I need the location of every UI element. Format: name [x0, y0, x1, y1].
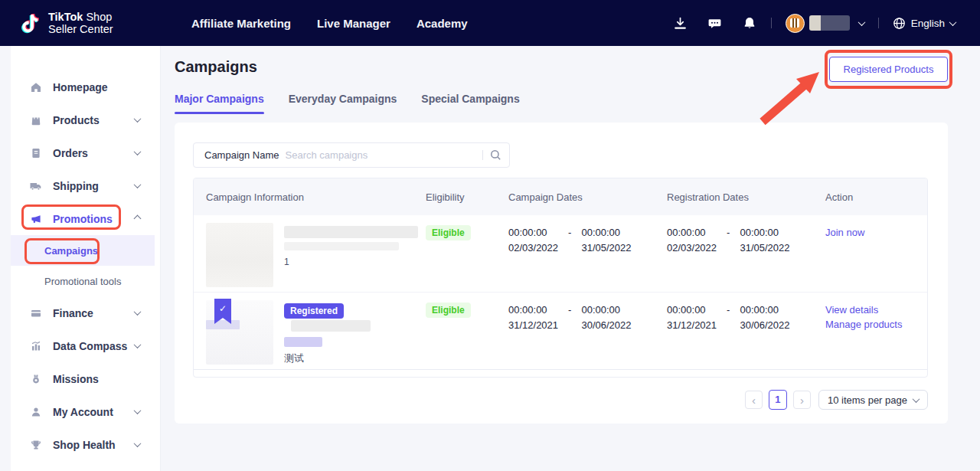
prev-page-button[interactable]: ‹: [745, 391, 763, 409]
campaign-dates-cell: 00:00:0002/03/2022 - 00:00:0031/05/2022: [508, 223, 667, 292]
eligibility-badge: Eligible: [426, 225, 471, 240]
top-navbar: TikTok Shop Seller Center Affiliate Mark…: [0, 0, 980, 46]
nav-right-cluster: English: [673, 0, 956, 46]
chevron-down-icon: [134, 407, 142, 414]
person-icon: [29, 405, 42, 418]
column-header: Eligibility: [426, 191, 508, 203]
trophy-icon: [29, 438, 42, 451]
sidebar-item-label: Orders: [53, 147, 88, 159]
sidebar-item-promotional-tools[interactable]: Promotional tools: [11, 266, 160, 296]
sidebar-item-my-account[interactable]: My Account: [11, 395, 160, 428]
sidebar-item-products[interactable]: Products: [11, 103, 160, 136]
action-cell: View details Manage products: [825, 300, 927, 369]
chevron-down-icon: [913, 395, 920, 403]
page-size-select[interactable]: 10 items per page: [818, 390, 928, 410]
chevron-down-icon: [134, 115, 142, 123]
sidebar-item-shop-health[interactable]: Shop Health: [11, 428, 160, 461]
avatar[interactable]: [786, 14, 805, 33]
sidebar-subitem-label: Campaigns: [44, 245, 98, 257]
next-page-button[interactable]: ›: [793, 391, 811, 409]
nav-link-affiliate-marketing[interactable]: Affiliate Marketing: [191, 17, 291, 30]
medal-icon: [29, 372, 42, 385]
search-input[interactable]: [286, 149, 482, 161]
search-divider: [482, 150, 483, 160]
chevron-down-icon: [134, 440, 142, 447]
shopping-bag-icon: [29, 113, 42, 126]
page-number-button[interactable]: 1: [769, 390, 787, 410]
nav-separator: [878, 18, 879, 28]
sidebar-item-data-compass[interactable]: Data Compass: [11, 329, 160, 362]
sidebar-subitem-label: Promotional tools: [44, 276, 121, 287]
brand-text: TikTok Shop Seller Center: [48, 11, 113, 35]
tab-major-campaigns[interactable]: Major Campaigns: [175, 93, 264, 114]
bell-icon[interactable]: [742, 15, 757, 31]
chevron-down-icon: [134, 341, 142, 348]
redacted-thumb-detail: [206, 320, 240, 329]
sidebar-item-label: Finance: [53, 307, 93, 319]
search-icon[interactable]: [490, 149, 501, 161]
table-row: 1 Eligible 00:00:0002/03/2022 - 00:00:00…: [194, 215, 927, 293]
megaphone-icon: [29, 212, 42, 225]
nav-links: Affiliate Marketing Live Manager Academy: [191, 0, 468, 46]
campaign-thumbnail-redacted: ✓: [206, 300, 273, 365]
campaigns-table: Campaign Information Eligibility Campaig…: [193, 178, 928, 378]
sidebar-item-label: Promotions: [53, 213, 113, 225]
sidebar-item-missions[interactable]: Missions: [11, 362, 160, 395]
sidebar-item-label: Products: [53, 114, 100, 126]
chevron-down-icon[interactable]: [858, 18, 865, 26]
registered-badge: Registered: [284, 303, 344, 319]
manage-products-link[interactable]: Manage products: [825, 319, 927, 330]
table-header: Campaign Information Eligibility Campaig…: [194, 178, 927, 215]
home-icon: [29, 80, 42, 93]
campaign-note: 1: [284, 257, 418, 267]
registration-dates-cell: 00:00:0031/12/2021 - 00:00:0030/06/2022: [667, 300, 825, 369]
action-cell: Join now: [825, 223, 927, 292]
tiktok-shop-logo[interactable]: TikTok Shop Seller Center: [20, 10, 113, 36]
download-icon[interactable]: [673, 15, 688, 31]
sidebar-item-shipping[interactable]: Shipping: [11, 169, 160, 202]
view-details-link[interactable]: View details: [825, 304, 927, 316]
redacted-campaign-name: [284, 226, 418, 238]
column-header: Campaign Information: [206, 191, 426, 203]
campaign-info-cell: 1: [206, 223, 426, 292]
table-row: ✓ Registered 测试 Eligible 00:00:0031/12/2…: [194, 293, 927, 370]
sidebar-item-label: My Account: [53, 406, 113, 418]
registered-products-button[interactable]: Registered Products: [829, 57, 948, 82]
chat-icon[interactable]: [707, 15, 723, 31]
sidebar-item-campaigns[interactable]: Campaigns: [11, 235, 155, 266]
nav-link-academy[interactable]: Academy: [416, 17, 468, 30]
campaigns-card: Campaign Name Campaign Information Eligi…: [175, 123, 948, 424]
sidebar-item-label: Shop Health: [53, 439, 116, 451]
sidebar-item-promotions[interactable]: Promotions: [11, 202, 160, 235]
redacted-username: [809, 15, 850, 31]
campaign-search: Campaign Name: [193, 142, 510, 168]
column-header: Action: [825, 191, 927, 203]
brand-line2: Seller Center: [48, 23, 113, 35]
language-selector[interactable]: English: [893, 17, 956, 30]
truck-icon: [29, 179, 42, 192]
annotation-arrow: [750, 65, 827, 126]
eligibility-badge: Eligible: [426, 303, 471, 318]
sidebar-item-homepage[interactable]: Homepage: [11, 70, 160, 103]
campaign-subtitle: 测试: [284, 352, 426, 365]
tabs: Major Campaigns Everyday Campaigns Speci…: [175, 93, 520, 114]
tab-everyday-campaigns[interactable]: Everyday Campaigns: [289, 93, 397, 114]
sidebar-item-label: Homepage: [53, 81, 108, 93]
nav-link-live-manager[interactable]: Live Manager: [317, 17, 390, 30]
chevron-down-icon: [134, 148, 142, 155]
campaign-dates-cell: 00:00:0031/12/2021 - 00:00:0030/06/2022: [508, 300, 667, 369]
chevron-down-icon: [949, 18, 957, 26]
sidebar-item-label: Missions: [53, 373, 99, 385]
sidebar-item-finance[interactable]: Finance: [11, 296, 160, 329]
redacted-campaign-name: [291, 320, 371, 332]
app-root: TikTok Shop Seller Center Affiliate Mark…: [0, 0, 980, 471]
nav-separator: [771, 18, 772, 28]
chevron-down-icon: [134, 181, 142, 188]
tab-special-campaigns[interactable]: Special Campaigns: [421, 93, 519, 114]
sidebar-item-orders[interactable]: Orders: [11, 136, 160, 169]
join-now-link[interactable]: Join now: [825, 227, 927, 238]
redacted-campaign-detail: [284, 337, 322, 347]
search-label: Campaign Name: [204, 149, 279, 161]
bar-chart-icon: [29, 339, 42, 352]
sidebar-item-label: Data Compass: [53, 340, 127, 352]
